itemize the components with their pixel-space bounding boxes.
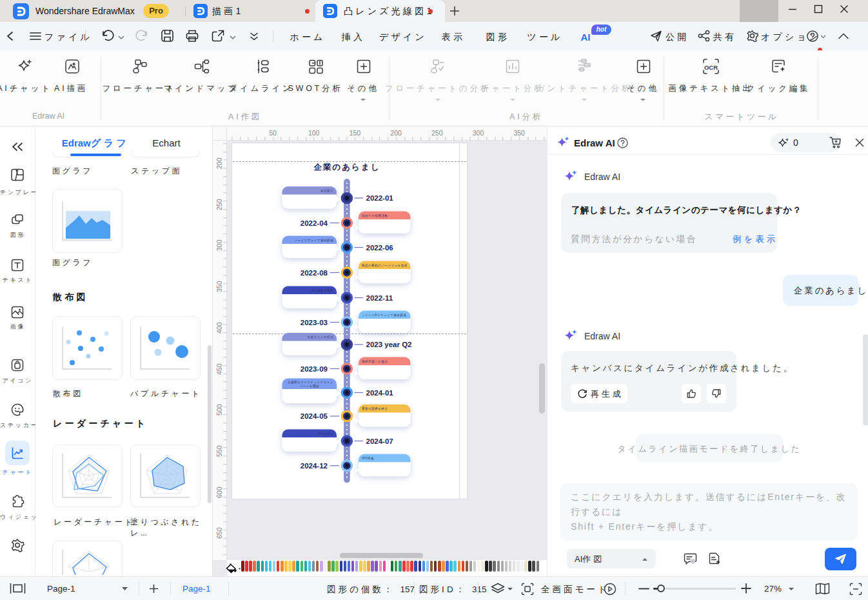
svg-text:海外市場への進出: 海外市場への進出 [362, 359, 388, 364]
svg-text:会社設立: 会社設立 [321, 188, 333, 193]
svg-text:生産ラインの拡大: 生産ラインの拡大 [308, 335, 333, 339]
svg-text:2022-06: 2022-06 [366, 244, 393, 252]
svg-text:2022-04: 2022-04 [301, 219, 328, 227]
svg-text:OCR: OCR [704, 64, 718, 71]
svg-text:2022-01: 2022-01 [366, 194, 394, 202]
svg-text:2024-05: 2024-05 [301, 412, 328, 420]
svg-text:2023 year Q2: 2023 year Q2 [366, 341, 412, 348]
svg-text:2024-01: 2024-01 [366, 389, 394, 397]
svg-text:2023-09: 2023-09 [301, 365, 328, 373]
svg-text:2022-11: 2022-11 [366, 294, 393, 302]
svg-text:大口顧客を獲得: 大口顧客を獲得 [311, 288, 333, 293]
svg-text:2024-07: 2024-07 [366, 437, 393, 445]
svg-text:2023-03: 2023-03 [301, 319, 328, 326]
svg-text:重要な提携を確立: 重要な提携を確立 [362, 406, 388, 411]
svg-text:シードラウンドで資金調達: シードラウンドで資金調達 [294, 238, 333, 242]
svg-text:IPO実施: IPO実施 [362, 457, 374, 460]
svg-text:ペーンを開始: ペーンを開始 [300, 384, 319, 388]
svg-text:企業のあらまし: 企業のあらまし [313, 163, 380, 172]
svg-text:2022-08: 2022-08 [301, 269, 328, 277]
svg-text:2024-12: 2024-12 [301, 462, 328, 470]
svg-text:シリーズAラウンドで資金調達: シリーズAラウンドで資金調達 [362, 313, 406, 317]
